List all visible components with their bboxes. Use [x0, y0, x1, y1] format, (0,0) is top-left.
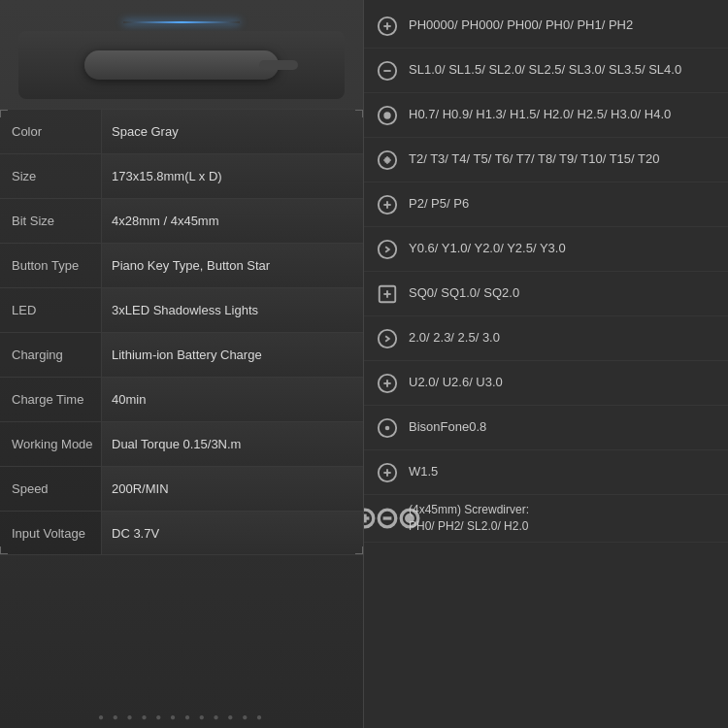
- spec-row: Button TypePiano Key Type, Button Star: [0, 243, 363, 287]
- product-shape: [84, 50, 279, 80]
- bit-text: H0.7/ H0.9/ H1.3/ H1.5/ H2.0/ H2.5/ H3.0…: [409, 106, 718, 123]
- bit-text: SL1.0/ SL1.5/ SL2.0/ SL2.5/ SL3.0/ SL3.5…: [409, 61, 718, 79]
- bit-item: (4x45mm) Screwdirver: PH0/ PH2/ SL2.0/ H…: [364, 495, 728, 543]
- spec-label: Charge Time: [0, 378, 102, 421]
- spec-row: Size173x15.8mm(L x D): [0, 153, 363, 198]
- spec-row: Speed200R/MIN: [0, 466, 363, 511]
- spec-label: Speed: [0, 467, 102, 511]
- bit-icon-plus-circle: [374, 13, 401, 40]
- bit-text: PH0000/ PH000/ PH00/ PH0/ PH1/ PH2: [409, 17, 718, 34]
- bit-icon-plus-circle: [374, 370, 401, 397]
- product-image: [18, 31, 346, 99]
- spec-row: ColorSpace Gray: [0, 109, 363, 153]
- spec-row: Charge Time40min: [0, 377, 363, 421]
- bit-text: T2/ T3/ T4/ T5/ T6/ T7/ T8/ T9/ T10/ T15…: [409, 150, 718, 168]
- bit-text: SQ0/ SQ1.0/ SQ2.0: [409, 284, 718, 302]
- bit-icon-circle-dot: [374, 102, 401, 129]
- spec-row: ChargingLithium-ion Battery Charge: [0, 332, 363, 377]
- left-panel: ColorSpace GraySize173x15.8mm(L x D)Bit …: [0, 0, 364, 728]
- spec-label: Size: [0, 154, 102, 198]
- bit-item: Y0.6/ Y1.0/ Y2.0/ Y2.5/ Y3.0: [364, 227, 728, 272]
- spec-label: LED: [0, 288, 102, 332]
- bit-icon-plus-circle: [374, 191, 401, 218]
- bit-item: 2.0/ 2.3/ 2.5/ 3.0: [364, 316, 728, 361]
- header-accent-line: [123, 21, 240, 23]
- bit-icon-plus-circle: [374, 459, 401, 486]
- bit-icon-combo: [374, 505, 401, 532]
- bit-icon-minus-circle: [374, 57, 401, 84]
- spec-value: Dual Torque 0.15/3N.m: [102, 422, 363, 466]
- svg-point-6: [384, 113, 390, 118]
- bit-item: SQ0/ SQ1.0/ SQ2.0: [364, 272, 728, 316]
- spec-label: Color: [0, 110, 102, 153]
- spec-value: Space Gray: [102, 110, 363, 153]
- spec-row: Bit Size4x28mm / 4x45mm: [0, 198, 363, 243]
- bit-text: Y0.6/ Y1.0/ Y2.0/ Y2.5/ Y3.0: [409, 240, 718, 257]
- bit-icon-dot-circle: [374, 414, 401, 442]
- specs-title: [0, 0, 363, 17]
- bottom-dots: ● ● ● ● ● ● ● ● ● ● ● ●: [0, 706, 363, 728]
- spec-value: 4x28mm / 4x45mm: [102, 199, 363, 243]
- spec-value: 3xLED Shadowless Lights: [102, 288, 363, 332]
- spec-row: Working ModeDual Torque 0.15/3N.m: [0, 421, 363, 466]
- bit-item: P2/ P5/ P6: [364, 182, 728, 227]
- spec-label: Input Voltage: [0, 512, 102, 554]
- bit-item: BisonFone0.8: [364, 406, 728, 450]
- spec-row: LED3xLED Shadowless Lights: [0, 287, 363, 332]
- spec-row: Input VoltageDC 3.7V: [0, 511, 363, 555]
- bit-item: T2/ T3/ T4/ T5/ T6/ T7/ T8/ T9/ T10/ T15…: [364, 138, 728, 182]
- spec-value: 200R/MIN: [102, 467, 363, 511]
- spec-value: Piano Key Type, Button Star: [102, 244, 363, 287]
- spec-value: 40min: [102, 378, 363, 421]
- bit-icon-arrow-circle: [374, 325, 401, 352]
- bit-item: SL1.0/ SL1.5/ SL2.0/ SL2.5/ SL3.0/ SL3.5…: [364, 49, 728, 93]
- bit-text: (4x45mm) Screwdirver: PH0/ PH2/ SL2.0/ H…: [409, 502, 718, 535]
- spec-value: DC 3.7V: [102, 512, 363, 554]
- spec-label: Charging: [0, 333, 102, 377]
- bit-item: W1.5: [364, 450, 728, 495]
- bit-text: 2.0/ 2.3/ 2.5/ 3.0: [409, 329, 718, 347]
- bit-icon-arrow-circle: [374, 236, 401, 263]
- spec-table: ColorSpace GraySize173x15.8mm(L x D)Bit …: [0, 109, 363, 706]
- bit-text: U2.0/ U2.6/ U3.0: [409, 374, 718, 391]
- bit-text: BisonFone0.8: [409, 418, 718, 436]
- spec-label: Button Type: [0, 244, 102, 287]
- right-panel: PH0000/ PH000/ PH00/ PH0/ PH1/ PH2SL1.0/…: [364, 0, 728, 728]
- spec-label: Working Mode: [0, 422, 102, 466]
- bit-item: U2.0/ U2.6/ U3.0: [364, 361, 728, 406]
- svg-point-19: [379, 329, 396, 347]
- spec-value: Lithium-ion Battery Charge: [102, 333, 363, 377]
- bit-icon-plus-square: [374, 281, 401, 308]
- spec-value: 173x15.8mm(L x D): [102, 154, 363, 198]
- bit-text: W1.5: [409, 463, 718, 480]
- bit-text: P2/ P5/ P6: [409, 195, 718, 213]
- bit-item: H0.7/ H0.9/ H1.3/ H1.5/ H2.0/ H2.5/ H3.0…: [364, 93, 728, 138]
- svg-point-15: [379, 240, 396, 257]
- svg-point-24: [386, 426, 389, 429]
- bit-icon-asterisk-circle: [374, 147, 401, 174]
- spec-label: Bit Size: [0, 199, 102, 243]
- bit-item: PH0000/ PH000/ PH00/ PH0/ PH1/ PH2: [364, 4, 728, 49]
